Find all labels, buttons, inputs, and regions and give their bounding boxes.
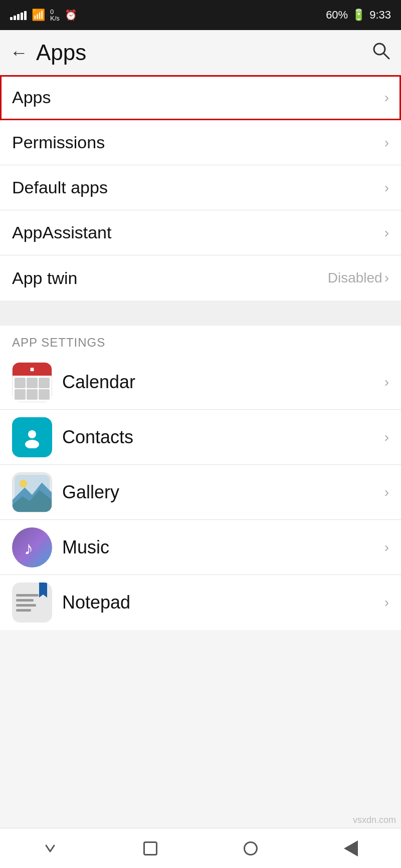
nav-back-button[interactable]	[336, 833, 366, 863]
nav-triangle-icon	[344, 840, 358, 856]
calendar-icon-graphic: ■	[12, 362, 52, 402]
app-item-notepad-label: Notepad	[62, 592, 130, 613]
alarm-icon: ⏰	[65, 9, 77, 21]
bottom-nav	[0, 828, 401, 868]
section-divider	[0, 301, 401, 326]
app-item-music-right: ›	[384, 539, 389, 555]
app-item-music[interactable]: ♪ Music ›	[0, 520, 401, 575]
menu-item-app-twin-right: Disabled ›	[328, 270, 389, 286]
menu-item-default-apps-label: Default apps	[12, 178, 108, 197]
chevron-icon: ›	[384, 484, 389, 500]
music-icon-graphic: ♪	[12, 527, 52, 567]
app-item-gallery-right: ›	[384, 484, 389, 500]
menu-item-apps-left: Apps	[12, 88, 51, 107]
calendar-app-icon: ■	[12, 362, 52, 402]
menu-item-apps-right: ›	[384, 90, 389, 106]
nav-square-icon	[143, 841, 157, 855]
nav-circle-icon	[244, 841, 258, 855]
svg-text:♪: ♪	[24, 538, 33, 558]
app-item-calendar-right: ›	[384, 374, 389, 390]
menu-item-apps[interactable]: Apps ›	[0, 75, 401, 120]
app-item-gallery-label: Gallery	[62, 482, 119, 503]
app-item-contacts[interactable]: Contacts ›	[0, 410, 401, 465]
chevron-icon: ›	[384, 374, 389, 390]
app-item-gallery[interactable]: Gallery ›	[0, 465, 401, 520]
gallery-icon-graphic	[12, 472, 52, 512]
notepad-bookmark	[39, 583, 47, 598]
svg-point-8	[20, 479, 28, 487]
notepad-app-icon	[12, 583, 52, 623]
watermark: vsxdn.com	[353, 815, 396, 825]
chevron-icon: ›	[384, 180, 389, 196]
status-bar: 📶 0 K/s ⏰ 60% 🔋 9:33	[0, 0, 401, 30]
menu-item-default-apps[interactable]: Default apps ›	[0, 165, 401, 210]
app-item-contacts-label: Contacts	[62, 427, 133, 448]
app-settings-section: APP SETTINGS ■	[0, 326, 401, 630]
menu-item-permissions-label: Permissions	[12, 133, 105, 152]
menu-item-default-apps-left: Default apps	[12, 178, 108, 197]
chevron-icon: ›	[384, 225, 389, 241]
wifi-icon: 📶	[32, 9, 45, 22]
clock: 9:33	[369, 9, 391, 22]
calendar-icon-grid	[13, 376, 52, 402]
nav-recents-button[interactable]	[236, 833, 266, 863]
app-item-music-left: ♪ Music	[12, 527, 109, 567]
app-bar-left: ← Apps	[10, 40, 86, 65]
section-header-text: APP SETTINGS	[12, 336, 105, 349]
calendar-icon-top: ■	[13, 363, 52, 376]
search-button[interactable]	[371, 41, 391, 65]
svg-point-3	[25, 440, 39, 448]
app-item-music-label: Music	[62, 537, 109, 558]
menu-item-app-twin-left: App twin	[12, 268, 77, 288]
notepad-icon-graphic	[12, 583, 52, 623]
contacts-app-icon	[12, 417, 52, 457]
menu-item-app-twin-label: App twin	[12, 268, 77, 288]
battery-percent: 60%	[326, 9, 348, 22]
svg-point-2	[28, 430, 36, 438]
app-item-notepad-left: Notepad	[12, 583, 130, 623]
app-item-gallery-left: Gallery	[12, 472, 119, 512]
chevron-icon: ›	[384, 135, 389, 151]
menu-item-default-apps-right: ›	[384, 180, 389, 196]
chevron-icon: ›	[384, 90, 389, 106]
menu-item-permissions-right: ›	[384, 135, 389, 151]
app-item-notepad-right: ›	[384, 595, 389, 611]
app-twin-status: Disabled	[328, 270, 382, 286]
chevron-icon: ›	[384, 429, 389, 445]
section-header: APP SETTINGS	[0, 326, 401, 355]
nav-home-button[interactable]	[135, 833, 165, 863]
app-item-calendar-label: Calendar	[62, 372, 135, 393]
menu-item-permissions-left: Permissions	[12, 133, 105, 152]
menu-item-apps-label: Apps	[12, 88, 51, 107]
chevron-icon: ›	[384, 595, 389, 611]
nav-down-button[interactable]	[35, 833, 65, 863]
app-item-contacts-right: ›	[384, 429, 389, 445]
status-left: 📶 0 K/s ⏰	[10, 9, 77, 22]
menu-item-permissions[interactable]: Permissions ›	[0, 120, 401, 165]
status-right: 60% 🔋 9:33	[326, 9, 391, 22]
contacts-icon-graphic	[12, 417, 52, 457]
menu-list: Apps › Permissions › Default apps › AppA…	[0, 75, 401, 301]
menu-item-appassistant[interactable]: AppAssistant ›	[0, 210, 401, 255]
gallery-app-icon	[12, 472, 52, 512]
menu-item-appassistant-right: ›	[384, 225, 389, 241]
chevron-icon: ›	[384, 270, 389, 286]
battery-icon: 🔋	[352, 9, 365, 22]
music-app-icon: ♪	[12, 527, 52, 567]
app-item-contacts-left: Contacts	[12, 417, 133, 457]
menu-item-appassistant-label: AppAssistant	[12, 223, 111, 242]
menu-item-appassistant-left: AppAssistant	[12, 223, 111, 242]
app-item-notepad[interactable]: Notepad ›	[0, 575, 401, 630]
chevron-icon: ›	[384, 539, 389, 555]
back-button[interactable]: ←	[10, 44, 28, 62]
app-bar: ← Apps	[0, 30, 401, 75]
page-title: Apps	[36, 40, 86, 65]
menu-item-app-twin[interactable]: App twin Disabled ›	[0, 255, 401, 301]
app-item-calendar-left: ■ Calendar	[12, 362, 135, 402]
svg-line-1	[383, 53, 389, 59]
signal-icon	[10, 10, 27, 20]
app-item-calendar[interactable]: ■ Calendar ›	[0, 355, 401, 410]
data-speed: 0 K/s	[50, 9, 60, 22]
